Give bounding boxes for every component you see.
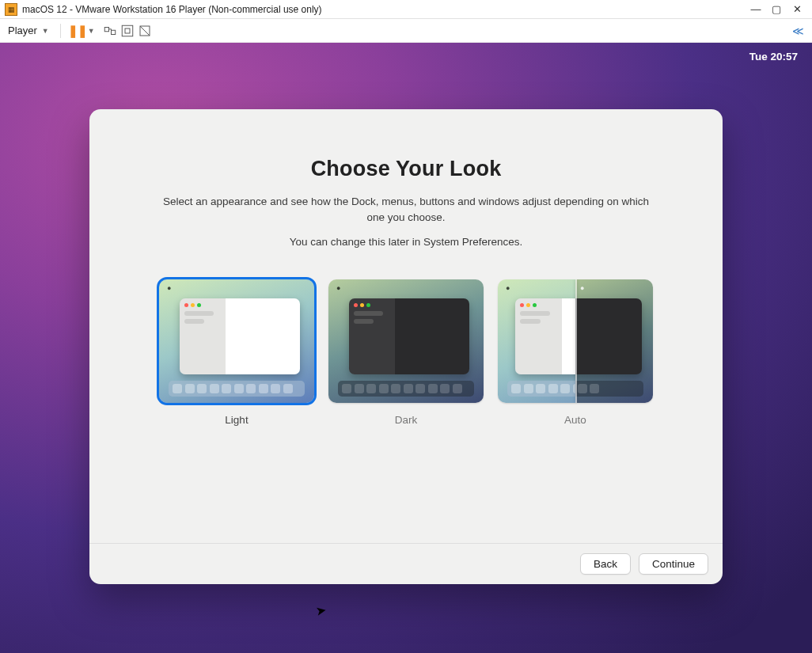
fullscreen-button[interactable] <box>119 22 136 40</box>
light-preview-card[interactable]: ● <box>159 279 314 403</box>
host-toolbar: Player ▼ ❚❚ ▼ ≪ <box>0 19 812 43</box>
toolbar-separator <box>60 24 61 38</box>
apple-menu-icon: ● <box>506 284 510 292</box>
pause-vm-button[interactable]: ❚❚ <box>69 22 86 40</box>
preview-dock <box>575 381 643 397</box>
appearance-option-dark[interactable]: ● Dark <box>328 279 484 426</box>
collapse-toolbar-button[interactable]: ≪ <box>792 25 807 37</box>
svg-rect-1 <box>111 30 115 34</box>
menubar-clock: Tue 20:57 <box>749 51 798 63</box>
preview-window-light <box>515 298 575 374</box>
apple-menu-icon: ● <box>336 284 340 292</box>
chevron-down-icon: ▼ <box>42 27 49 35</box>
apple-menu-icon: ● <box>167 284 171 292</box>
maximize-button[interactable]: ▢ <box>766 3 787 16</box>
host-window-title: macOS 12 - VMware Workstation 16 Player … <box>22 4 322 15</box>
svg-rect-2 <box>122 25 133 36</box>
preview-dock <box>338 381 474 397</box>
appearance-option-auto[interactable]: ● ● <box>498 279 653 426</box>
light-label: Light <box>159 414 314 426</box>
preview-dock <box>169 381 305 397</box>
send-ctrl-alt-del-button[interactable] <box>101 22 119 40</box>
setup-assistant-window: Choose Your Look Select an appearance an… <box>89 109 723 584</box>
apple-menu-icon: ● <box>580 284 584 292</box>
player-menu-label: Player <box>8 25 37 36</box>
chevron-down-icon[interactable]: ▼ <box>88 27 95 35</box>
page-title: Choose Your Look <box>129 157 683 181</box>
auto-divider <box>575 279 577 403</box>
preview-window-dark <box>575 298 642 374</box>
minimize-button[interactable]: — <box>746 3 766 16</box>
preview-window-dark <box>349 298 469 374</box>
auto-preview-card[interactable]: ● ● <box>498 279 653 403</box>
appearance-options: ● Light ● <box>129 279 683 426</box>
back-button[interactable]: Back <box>580 553 631 575</box>
dark-preview-card[interactable]: ● <box>328 279 484 403</box>
guest-screen: Tue 20:57 Choose Your Look Select an app… <box>0 43 812 653</box>
unity-mode-button[interactable] <box>136 22 154 40</box>
preview-window-light <box>180 298 300 374</box>
page-description: Select an appearance and see how the Doc… <box>153 194 659 225</box>
panel-footer: Back Continue <box>89 543 723 584</box>
close-button[interactable]: ✕ <box>787 3 807 16</box>
preview-dock <box>507 381 575 397</box>
appearance-option-light[interactable]: ● Light <box>159 279 314 426</box>
page-note: You can change this later in System Pref… <box>129 236 683 248</box>
host-titlebar: ▦ macOS 12 - VMware Workstation 16 Playe… <box>0 0 812 19</box>
vmware-app-icon: ▦ <box>5 3 17 16</box>
continue-button[interactable]: Continue <box>639 553 708 575</box>
svg-rect-0 <box>104 27 108 31</box>
svg-rect-3 <box>125 28 130 33</box>
auto-label: Auto <box>498 414 653 426</box>
player-menu-button[interactable]: Player ▼ <box>5 23 52 38</box>
cursor-icon: ➤ <box>314 602 327 619</box>
dark-label: Dark <box>328 414 484 426</box>
